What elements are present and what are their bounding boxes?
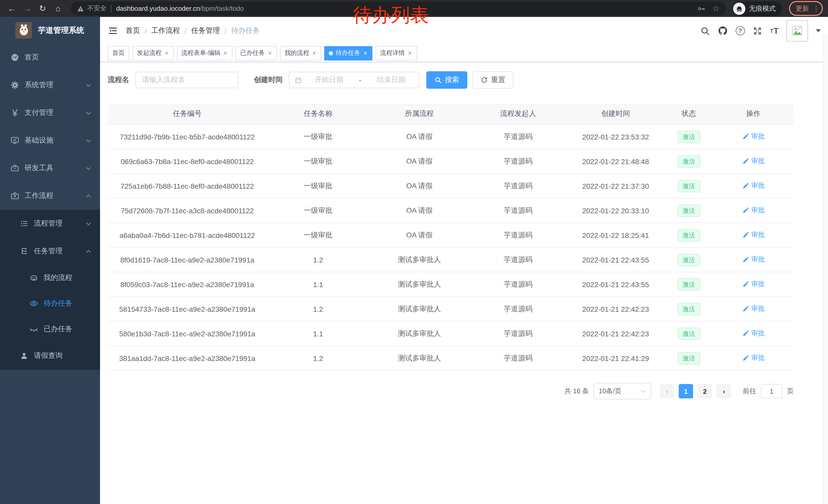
toolbox-icon xyxy=(10,164,19,173)
edit-pencil-icon xyxy=(742,182,749,189)
fullscreen-icon[interactable] xyxy=(753,26,762,36)
edit-pencil-icon xyxy=(742,157,749,165)
approve-link[interactable]: 审批 xyxy=(742,329,764,338)
bookmark-star-icon[interactable]: ☆ xyxy=(712,4,720,13)
tab-已办任务[interactable]: 已办任务× xyxy=(236,46,277,60)
sidebar-item-label: 流程管理 xyxy=(34,219,63,228)
approve-link[interactable]: 审批 xyxy=(742,205,764,215)
cell-status: 激活 xyxy=(664,346,713,370)
cell-name: 一级审批 xyxy=(267,124,369,149)
sidebar-item-label: 请假查询 xyxy=(34,351,63,360)
table-row: 069c6a63-7b8a-11ec-8ef0-acde48001122一级审批… xyxy=(108,149,794,174)
robot-icon xyxy=(29,273,38,282)
reset-button[interactable]: 重置 xyxy=(472,71,513,89)
approve-link[interactable]: 审批 xyxy=(742,279,764,289)
page-button-1[interactable]: 1 xyxy=(679,384,693,398)
tab-close-icon[interactable]: × xyxy=(223,50,228,56)
page-scrollbar[interactable] xyxy=(823,34,828,504)
tab-首页[interactable]: 首页 xyxy=(108,46,129,60)
back-icon[interactable]: ← xyxy=(5,2,18,15)
approve-link[interactable]: 审批 xyxy=(742,304,764,313)
tab-流程表单-编辑[interactable]: 流程表单-编辑× xyxy=(177,46,233,60)
cell-status: 激活 xyxy=(664,223,713,247)
sidebar-item-done-task[interactable]: 已办任务 xyxy=(0,316,100,342)
process-name-input[interactable]: 请输入流程名 xyxy=(135,72,239,88)
date-range-input[interactable]: 开始日期 - 结束日期 xyxy=(289,72,420,88)
forward-icon[interactable]: → xyxy=(20,2,34,15)
logo-row[interactable]: 芋道管理系统 xyxy=(0,17,100,44)
search-button[interactable]: 搜索 xyxy=(426,71,467,89)
cell-action: 审批 xyxy=(713,223,794,247)
help-icon[interactable]: ? xyxy=(736,26,745,35)
cell-time: 2022-01-22 23:53:32 xyxy=(567,124,664,149)
tab-流程详情[interactable]: 流程详情× xyxy=(376,46,417,60)
tab-close-icon[interactable]: × xyxy=(312,50,317,56)
sidebar-item-todo-task[interactable]: 待办任务 xyxy=(0,291,100,316)
key-icon[interactable] xyxy=(697,4,705,12)
breadcrumb-item[interactable]: 任务管理 xyxy=(191,26,220,35)
tab-close-icon[interactable]: × xyxy=(407,50,412,56)
home-icon[interactable]: ⌂ xyxy=(51,2,65,15)
tab-我的流程[interactable]: 我的流程× xyxy=(280,46,321,60)
approve-link[interactable]: 审批 xyxy=(742,156,764,166)
page-button-2[interactable]: 2 xyxy=(698,384,712,398)
table-row: 725a1eb6-7b88-11ec-8ef0-acde48001122一级审批… xyxy=(108,174,794,198)
app-logo xyxy=(15,22,32,39)
tab-label: 我的流程 xyxy=(285,49,309,57)
edit-pencil-icon xyxy=(742,133,749,140)
cell-status: 激活 xyxy=(664,296,713,321)
github-icon[interactable] xyxy=(718,26,728,36)
sidebar-item-devtools[interactable]: 研发工具 xyxy=(0,154,100,182)
column-header: 状态 xyxy=(664,103,713,124)
cell-time: 2022-01-21 22:42:23 xyxy=(567,321,664,346)
edit-pencil-icon xyxy=(742,207,749,214)
reload-icon[interactable]: ↻ xyxy=(36,2,49,15)
cell-status: 激活 xyxy=(664,247,713,272)
breadcrumb-separator: / xyxy=(185,27,187,35)
tab-待办任务[interactable]: 待办任务× xyxy=(325,46,372,60)
tab-close-icon[interactable]: × xyxy=(267,50,272,56)
prev-page-button[interactable]: ‹ xyxy=(660,384,674,398)
tab-发起流程[interactable]: 发起流程× xyxy=(132,46,174,60)
search-icon[interactable] xyxy=(700,26,710,36)
collapse-sidebar-icon[interactable] xyxy=(108,26,118,35)
app-shell: 芋道管理系统 首页系统管理¥支付管理基础设施研发工具工作流程流程管理任务管理我的… xyxy=(0,17,828,504)
sidebar-item-task-mgmt[interactable]: 任务管理 xyxy=(0,237,100,265)
sidebar-item-payment[interactable]: ¥支付管理 xyxy=(0,99,100,127)
approve-link[interactable]: 审批 xyxy=(742,132,764,141)
page-size-select[interactable]: 10条/页 xyxy=(593,383,651,400)
goto-page-input[interactable]: 1 xyxy=(761,384,782,398)
browser-menu-icon[interactable]: ⋮ xyxy=(813,4,820,12)
sidebar-item-process-mgmt[interactable]: 流程管理 xyxy=(0,210,100,237)
sidebar-item-leave-query[interactable]: 请假查询 xyxy=(0,342,100,370)
cell-action: 审批 xyxy=(713,296,794,321)
next-page-button[interactable]: › xyxy=(717,384,731,398)
tab-close-icon[interactable]: × xyxy=(164,50,169,56)
breadcrumb-item[interactable]: 首页 xyxy=(126,26,140,35)
cell-status: 激活 xyxy=(664,124,713,149)
update-button[interactable]: 更新 ⋮ xyxy=(789,1,823,16)
sidebar-item-my-process[interactable]: 我的流程 xyxy=(0,265,100,291)
avatar[interactable] xyxy=(786,20,808,42)
tab-label: 流程表单-编辑 xyxy=(181,49,220,57)
edit-pencil-icon xyxy=(742,354,749,362)
sidebar-item-system[interactable]: 系统管理 xyxy=(0,71,100,99)
sidebar-item-home[interactable]: 首页 xyxy=(0,44,100,71)
cell-process: OA 请假 xyxy=(369,149,469,174)
approve-link[interactable]: 审批 xyxy=(742,255,764,264)
breadcrumb-item[interactable]: 工作流程 xyxy=(151,26,180,35)
sidebar-item-infra[interactable]: 基础设施 xyxy=(0,127,100,154)
sidebar-item-workflow[interactable]: 工作流程 xyxy=(0,182,100,210)
chevron-up-icon xyxy=(85,192,92,199)
approve-link[interactable]: 审批 xyxy=(742,181,764,190)
tab-close-icon[interactable]: × xyxy=(363,50,368,56)
cell-action: 审批 xyxy=(713,149,794,174)
approve-link[interactable]: 审批 xyxy=(742,353,764,363)
breadcrumb-separator: / xyxy=(145,27,147,35)
approve-link[interactable]: 审批 xyxy=(742,230,764,239)
font-size-icon[interactable]: TT xyxy=(770,27,779,35)
column-header: 流程发起人 xyxy=(469,103,567,124)
avatar-caret-icon[interactable] xyxy=(816,29,821,32)
cell-starter: 芋道源码 xyxy=(469,223,567,247)
status-badge: 激活 xyxy=(677,155,700,168)
